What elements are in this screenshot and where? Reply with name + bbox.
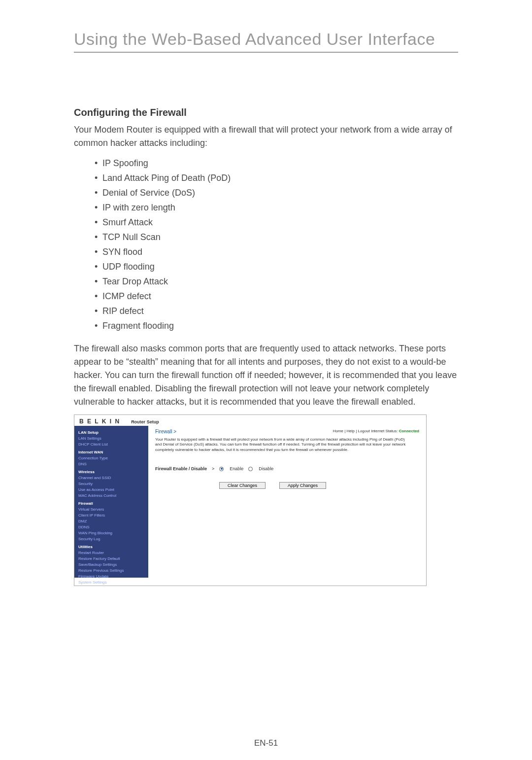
clear-changes-button[interactable]: Clear Changes	[219, 482, 266, 489]
sidebar-item[interactable]: Client IP Filters	[78, 513, 148, 518]
sidebar-heading: Internet WAN	[78, 449, 148, 455]
list-item: Denial of Service (DoS)	[95, 188, 458, 197]
router-screenshot: B E L K I N Router Setup Home | Help | L…	[74, 415, 427, 586]
crumb-label: Firewall	[155, 429, 172, 434]
crumb-sep: >	[173, 429, 176, 434]
sidebar-item[interactable]: Security Log	[78, 536, 148, 542]
sidebar-item[interactable]: Restore Previous Settings	[78, 568, 148, 574]
list-item: UDP flooding	[95, 262, 458, 271]
list-item: IP Spoofing	[95, 159, 458, 168]
top-links-text[interactable]: Home | Help | Logout Internet Status:	[333, 429, 398, 433]
attacks-list: IP Spoofing Land Attack Ping of Death (P…	[74, 159, 458, 330]
radio-enable[interactable]	[219, 467, 224, 471]
sidebar-item[interactable]: Connection Type	[78, 455, 148, 461]
list-item: Tear Drop Attack	[95, 277, 458, 286]
sidebar-item[interactable]: DHCP Client List	[78, 442, 148, 448]
closing-text: The firewall also masks common ports tha…	[74, 342, 458, 409]
sidebar-heading: Firewall	[78, 501, 148, 507]
sidebar-item[interactable]: Channel and SSID	[78, 475, 148, 481]
sidebar-item[interactable]: Restart Router	[78, 550, 148, 556]
sidebar-item[interactable]: LAN Settings	[78, 436, 148, 442]
radio-disable[interactable]	[248, 467, 253, 471]
sidebar-item[interactable]: Use as Access Point	[78, 487, 148, 493]
sidebar-item[interactable]: DDNS	[78, 524, 148, 530]
firewall-description: Your Router is equipped with a firewall …	[155, 437, 411, 452]
sidebar-heading: Wireless	[78, 469, 148, 475]
brand-logo: B E L K I N	[79, 418, 120, 425]
apply-changes-button[interactable]: Apply Changes	[279, 482, 326, 489]
sidebar-item[interactable]: Restore Factory Default	[78, 556, 148, 562]
sidebar-item[interactable]: DNS	[78, 461, 148, 467]
sidebar-item[interactable]: MAC Address Control	[78, 493, 148, 499]
sidebar-item[interactable]: Virtual Servers	[78, 507, 148, 513]
list-item: IP with zero length	[95, 203, 458, 212]
sidebar-heading: LAN Setup	[78, 430, 148, 436]
sidebar-item[interactable]: Save/Backup Settings	[78, 562, 148, 568]
radio-disable-label: Disable	[259, 466, 273, 471]
list-item: RIP defect	[95, 307, 458, 315]
intro-text: Your Modem Router is equipped with a fir…	[74, 123, 458, 150]
list-item: Land Attack Ping of Death (PoD)	[95, 173, 458, 182]
toggle-sep: >	[212, 466, 214, 471]
list-item: TCP Null Scan	[95, 233, 458, 242]
section-heading: Configuring the Firewall	[74, 107, 458, 118]
content-pane: Firewall > Your Router is equipped with …	[148, 426, 426, 578]
list-item: Fragment flooding	[95, 321, 458, 330]
sidebar-item[interactable]: DMZ	[78, 518, 148, 524]
list-item: SYN flood	[95, 247, 458, 256]
router-section-label: Router Setup	[131, 419, 159, 424]
sidebar-item[interactable]: WAN Ping Blocking	[78, 530, 148, 536]
sidebar-item[interactable]: System Settings	[78, 580, 148, 586]
firewall-toggle-label: Firewall Enable / Disable	[155, 466, 207, 471]
internet-status: Connected	[399, 429, 419, 433]
list-item: Smurf Attack	[95, 218, 458, 227]
page-number: EN-51	[254, 738, 278, 748]
sidebar-item[interactable]: Security	[78, 481, 148, 487]
sidebar-item[interactable]: Firmware Update	[78, 574, 148, 580]
sidebar-heading: Utilities	[78, 544, 148, 550]
top-links[interactable]: Home | Help | Logout Internet Status: Co…	[333, 429, 419, 433]
radio-enable-label: Enable	[230, 466, 243, 471]
list-item: ICMP defect	[95, 292, 458, 301]
page-title: Using the Web-Based Advanced User Interf…	[74, 30, 458, 53]
sidebar: LAN SetupLAN SettingsDHCP Client ListInt…	[74, 426, 148, 578]
